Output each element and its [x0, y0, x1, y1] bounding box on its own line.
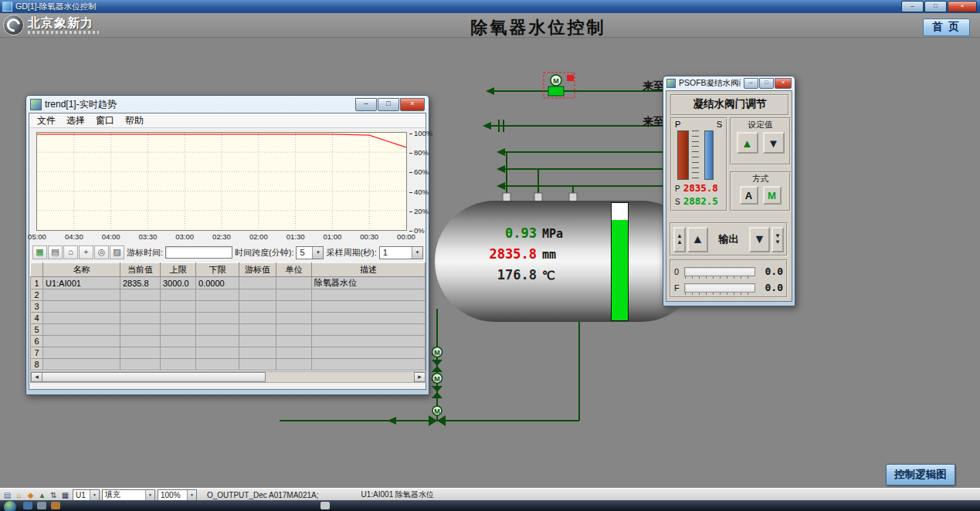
- trend-table-header[interactable]: 描述: [312, 263, 426, 277]
- chevron-down-icon[interactable]: ▼: [412, 247, 422, 259]
- output-fast-decrease-button[interactable]: ▼ ▼: [771, 227, 784, 252]
- scroll-right-icon[interactable]: ▶: [414, 372, 426, 382]
- chevron-down-icon[interactable]: ▼: [145, 490, 154, 500]
- trend-menu-item[interactable]: 帮助: [120, 114, 149, 127]
- output-increase-button[interactable]: ▲: [687, 227, 708, 252]
- timespan-dropdown[interactable]: 5 ▼: [296, 246, 324, 259]
- drain-valve-1[interactable]: M: [432, 347, 443, 373]
- pan-icon[interactable]: +: [79, 245, 93, 259]
- drain-valve-2[interactable]: M: [432, 374, 443, 399]
- trend-menu-item[interactable]: 选择: [61, 114, 90, 127]
- s-value: 2882.5: [683, 195, 718, 207]
- taskbar-app-2[interactable]: [37, 502, 46, 509]
- trend-table-row[interactable]: 8: [31, 359, 426, 371]
- trend-table-row[interactable]: 7: [31, 347, 426, 359]
- trend-table-row[interactable]: 3: [31, 301, 426, 313]
- trend-maximize-button[interactable]: □: [378, 98, 399, 111]
- window-maximize-button[interactable]: □: [924, 1, 947, 12]
- trend-table-header[interactable]: 下限: [196, 263, 239, 277]
- x-axis-tick: 02:00: [245, 232, 273, 241]
- unit-dropdown[interactable]: U1 ▼: [73, 489, 100, 501]
- condensate-inlet-valve[interactable]: M: [544, 73, 575, 98]
- output-bar-label: 0: [674, 267, 681, 276]
- control-logic-button[interactable]: 控制逻辑图: [886, 464, 955, 486]
- p-label: P: [675, 184, 680, 193]
- window-minimize-button[interactable]: –: [901, 1, 924, 12]
- setpoint-increase-button[interactable]: ▲: [737, 132, 758, 154]
- chevron-down-icon[interactable]: ▼: [187, 490, 196, 500]
- setpoint-decrease-button[interactable]: ▼: [763, 132, 785, 154]
- trend-table-row[interactable]: 4: [31, 313, 426, 324]
- trend-table-header[interactable]: 名称: [43, 263, 120, 277]
- zoom-dropdown[interactable]: 100% ▼: [158, 489, 197, 501]
- trend-table-header[interactable]: 当前值: [120, 263, 161, 277]
- fill-mode-dropdown[interactable]: 填充 ▼: [102, 489, 155, 501]
- output-fast-increase-button[interactable]: ▲ ▲: [673, 227, 686, 252]
- valve-window-titlebar[interactable]: PSOFB凝结水阀门... – □ ×: [663, 76, 795, 90]
- logo-icon: [3, 15, 24, 36]
- trend-hscrollbar[interactable]: ◀ ▶: [30, 371, 426, 383]
- bottom-outlet-valve[interactable]: M: [429, 406, 446, 426]
- trend-menu-item[interactable]: 文件: [32, 114, 61, 127]
- x-axis-tick: 05:00: [23, 232, 51, 241]
- data-table-icon[interactable]: ▦: [32, 245, 47, 259]
- zoom-icon[interactable]: ◎: [94, 245, 109, 259]
- trend-chart[interactable]: [36, 132, 407, 231]
- trend-table-header[interactable]: 单位: [276, 263, 312, 277]
- trend-menu-item[interactable]: 窗口: [90, 114, 120, 127]
- window-icon[interactable]: ▤: [2, 490, 12, 500]
- home-button[interactable]: 首 页: [923, 19, 970, 36]
- feedback-bar-value: 0.0: [758, 282, 783, 293]
- taskbar-app-4[interactable]: [320, 502, 330, 509]
- chevron-down-icon[interactable]: ▼: [90, 490, 99, 500]
- valve-maximize-button[interactable]: □: [759, 78, 774, 89]
- trend-minimize-button[interactable]: –: [355, 98, 377, 111]
- trend-table-head: 名称当前值上限下限游标值单位描述: [31, 263, 426, 277]
- trend-table-header[interactable]: [31, 263, 43, 277]
- start-button[interactable]: [4, 501, 16, 511]
- temperature-unit: ℃: [542, 269, 555, 283]
- taskbar-app-1[interactable]: [23, 502, 32, 509]
- trend-table-row[interactable]: 6: [31, 336, 426, 347]
- motor-label: M: [553, 77, 559, 85]
- window-close-button[interactable]: ×: [948, 1, 977, 12]
- trend-table-header[interactable]: 上限: [161, 263, 196, 277]
- trend-table-header[interactable]: 游标值: [239, 263, 276, 277]
- home-icon[interactable]: ⌂: [14, 490, 24, 500]
- taskbar-app-3[interactable]: [51, 502, 60, 509]
- cursor-time-field[interactable]: [165, 246, 232, 259]
- trend-window-icon: [30, 99, 42, 110]
- trend-table-row[interactable]: 1U1:AI0012835.83000.00.0000除氧器水位: [31, 277, 426, 289]
- trend-window-titlebar[interactable]: trend[1]-实时趋势 – □ ×: [26, 96, 429, 113]
- app-header: 北京象新力 除氧器水位控制 首 页: [0, 13, 980, 38]
- save-icon[interactable]: ▦: [60, 490, 70, 500]
- chart-lines-icon[interactable]: ▤: [48, 245, 63, 259]
- scroll-left-icon[interactable]: ◀: [31, 372, 42, 382]
- scroll-thumb[interactable]: [42, 372, 266, 382]
- diamond-icon[interactable]: ◆: [25, 490, 36, 500]
- trend-close-button[interactable]: ×: [400, 98, 425, 111]
- cursor-time-label: 游标时间:: [127, 247, 163, 259]
- trend-table-row[interactable]: 5: [31, 324, 426, 336]
- trend-table-row[interactable]: 2: [31, 289, 426, 301]
- window-titlebar[interactable]: GD[1]-除氧器水位控制 – □ ×: [0, 0, 980, 13]
- chevron-down-icon[interactable]: ▼: [312, 247, 323, 259]
- level-readout: 2835.8 mm: [475, 246, 591, 267]
- app-logo: 北京象新力: [3, 15, 99, 36]
- home-view-icon[interactable]: ⌂: [63, 245, 78, 259]
- output-panel: ▲ ▲ ▲ 输出 ▼ ▼ ▼: [670, 222, 788, 256]
- valve-close-button[interactable]: ×: [775, 78, 792, 89]
- swap-arrows-icon[interactable]: ⇅: [49, 490, 59, 500]
- windows-taskbar[interactable]: [0, 500, 980, 511]
- hatch-grid-icon[interactable]: ▨: [110, 245, 124, 259]
- deaerator-tank: 0.93 MPa 2835.8 mm 176.8 ℃: [435, 201, 701, 322]
- output-decrease-button[interactable]: ▼: [749, 227, 770, 252]
- feedback-bar-label: F: [674, 283, 681, 293]
- p-value: 2835.8: [683, 182, 718, 194]
- status-message: O_OUTPUT_Dec A017MA021A;: [207, 491, 319, 499]
- valve-minimize-button[interactable]: –: [744, 78, 758, 89]
- mode-manual-button[interactable]: M: [763, 186, 782, 205]
- sample-period-dropdown[interactable]: 1 ▼: [379, 246, 423, 259]
- arrow-up-icon[interactable]: ▲: [37, 490, 47, 500]
- mode-auto-button[interactable]: A: [740, 186, 758, 205]
